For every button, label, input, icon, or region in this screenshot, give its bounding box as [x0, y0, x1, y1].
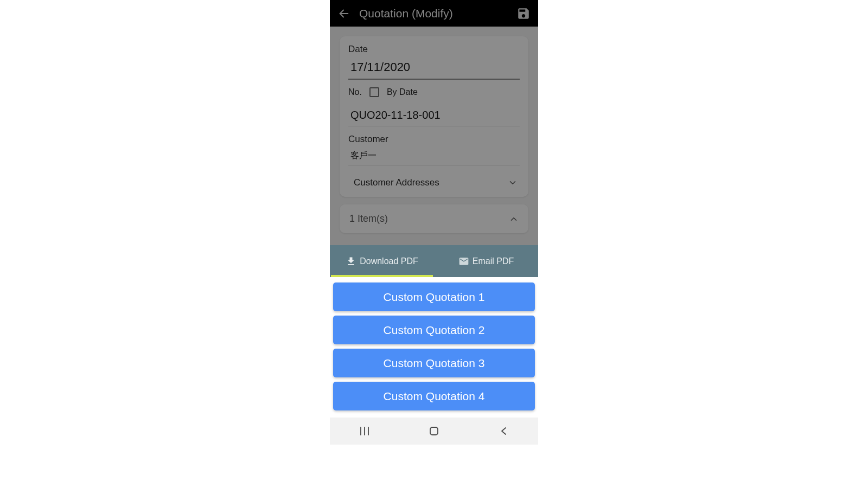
template-option-sheet: Custom Quotation 1 Custom Quotation 2 Cu…: [330, 277, 538, 418]
svg-rect-4: [430, 427, 438, 435]
chevron-up-icon: [509, 214, 519, 224]
option-custom-quotation-1[interactable]: Custom Quotation 1: [333, 282, 535, 311]
tab-download-pdf[interactable]: Download PDF: [330, 245, 434, 277]
system-nav-bar: [330, 418, 538, 445]
items-card[interactable]: 1 Item(s): [340, 204, 528, 233]
home-icon: [429, 426, 439, 436]
download-icon: [346, 256, 356, 267]
option-custom-quotation-3[interactable]: Custom Quotation 3: [333, 349, 535, 377]
addresses-label: Customer Addresses: [354, 177, 439, 188]
tab-email-pdf[interactable]: Email PDF: [434, 245, 538, 277]
items-count-label: 1 Item(s): [349, 213, 388, 224]
customer-field[interactable]: 客戶一: [348, 148, 520, 165]
nav-recent-button[interactable]: [354, 420, 375, 442]
nav-back-button[interactable]: [493, 420, 514, 442]
quotation-card: Date 17/11/2020 No. By Date QUO20-11-18-…: [340, 36, 528, 197]
back-button[interactable]: [336, 6, 352, 21]
tab-email-label: Email PDF: [473, 256, 514, 266]
save-icon: [516, 7, 531, 21]
quotation-no-field[interactable]: QUO20-11-18-001: [348, 107, 520, 126]
by-date-label: By Date: [387, 87, 418, 97]
date-field[interactable]: 17/11/2020: [348, 58, 520, 80]
save-button[interactable]: [515, 5, 532, 22]
option-custom-quotation-4[interactable]: Custom Quotation 4: [333, 382, 535, 410]
pdf-tab-strip: Download PDF Email PDF: [330, 245, 538, 277]
phone-frame: Quotation (Modify) Date 17/11/2020 No. B…: [330, 0, 538, 445]
app-bar: Quotation (Modify): [330, 0, 538, 27]
by-date-checkbox[interactable]: [369, 87, 379, 97]
customer-addresses-dropdown[interactable]: Customer Addresses: [348, 173, 520, 192]
number-row: No. By Date: [348, 87, 520, 97]
option-custom-quotation-2[interactable]: Custom Quotation 2: [333, 316, 535, 344]
arrow-left-icon: [338, 8, 350, 20]
no-label: No.: [348, 87, 362, 97]
date-label: Date: [348, 44, 520, 55]
page-title: Quotation (Modify): [359, 7, 515, 20]
customer-label: Customer: [348, 134, 520, 145]
chevron-down-icon: [508, 178, 518, 188]
recent-icon: [359, 426, 371, 436]
tab-download-label: Download PDF: [360, 256, 418, 266]
email-icon: [458, 256, 469, 267]
nav-home-button[interactable]: [423, 420, 445, 442]
nav-back-icon: [500, 426, 507, 436]
